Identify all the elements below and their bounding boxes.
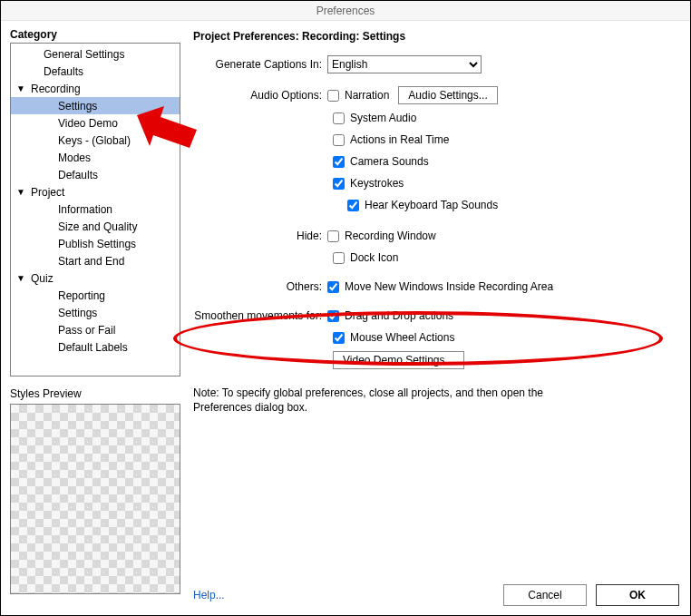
dock-icon-label: Dock Icon — [350, 249, 398, 266]
dock-icon-checkbox[interactable] — [333, 252, 345, 264]
smoothen-label: Smoothen movements for: — [193, 308, 327, 324]
tree-item-label: Settings — [56, 307, 97, 319]
disclosure-triangle-icon[interactable]: ▼ — [16, 83, 25, 93]
category-tree[interactable]: General SettingsDefaults▼RecordingSettin… — [10, 43, 180, 376]
mouse-wheel-checkbox[interactable] — [333, 332, 345, 344]
window-body: Category General SettingsDefaults▼Record… — [1, 21, 690, 615]
tree-item-label: Project — [25, 186, 64, 199]
keystrokes-checkbox[interactable] — [333, 178, 345, 190]
tree-item-label: Start and End — [56, 255, 124, 268]
tree-item-pass-or-fail[interactable]: Pass or Fail — [11, 321, 180, 338]
tree-item-label: Defaults — [56, 169, 98, 181]
audio-options-label: Audio Options: — [193, 87, 327, 103]
tree-item-default-labels[interactable]: Default Labels — [11, 338, 180, 356]
camera-sounds-checkbox[interactable] — [333, 156, 345, 168]
tree-item-defaults[interactable]: Defaults — [11, 166, 180, 183]
tree-item-keys-global-[interactable]: Keys - (Global) — [11, 132, 180, 149]
drag-drop-label: Drag and Drop actions — [345, 308, 453, 324]
tree-item-label: Information — [56, 203, 112, 216]
tree-item-label: Defaults — [42, 65, 83, 78]
tree-item-label: Size and Quality — [56, 220, 137, 233]
camera-sounds-label: Camera Sounds — [350, 153, 429, 170]
tree-item-label: Keys - (Global) — [56, 134, 131, 147]
tree-item-label: Settings — [56, 100, 97, 112]
actions-realtime-label: Actions in Real Time — [350, 132, 449, 148]
actions-realtime-checkbox[interactable] — [333, 134, 345, 146]
help-link[interactable]: Help... — [193, 589, 225, 601]
window-title: Preferences — [1, 1, 690, 21]
video-demo-settings-button[interactable]: Video Demo Settings... — [333, 351, 464, 369]
ok-button[interactable]: OK — [596, 584, 679, 606]
tree-item-quiz[interactable]: ▼Quiz — [11, 269, 180, 287]
disclosure-triangle-icon[interactable]: ▼ — [16, 273, 25, 283]
move-windows-label: Move New Windows Inside Recording Area — [345, 279, 553, 295]
tree-item-label: Publish Settings — [56, 238, 136, 250]
tree-item-settings[interactable]: Settings — [11, 97, 180, 114]
cancel-button[interactable]: Cancel — [503, 584, 587, 606]
styles-preview-label: Styles Preview — [10, 387, 180, 400]
narration-checkbox[interactable] — [327, 90, 339, 102]
tree-item-label: Default Labels — [56, 341, 128, 354]
tree-item-label: Recording — [25, 83, 81, 95]
styles-preview — [10, 404, 180, 594]
hear-tap-label: Hear Keyboard Tap Sounds — [365, 197, 498, 213]
page-heading: Project Preferences: Recording: Settings — [193, 30, 679, 43]
tree-item-video-demo[interactable]: Video Demo — [11, 114, 180, 132]
tree-item-general-settings[interactable]: General Settings — [11, 45, 180, 63]
tree-item-reporting[interactable]: Reporting — [11, 287, 180, 304]
hide-label: Hide: — [193, 228, 327, 244]
drag-drop-checkbox[interactable] — [327, 310, 339, 322]
generate-captions-select[interactable]: English — [327, 55, 482, 73]
tree-item-label: Pass or Fail — [56, 324, 115, 337]
footer: Help... Cancel OK — [190, 584, 690, 606]
tree-item-publish-settings[interactable]: Publish Settings — [11, 235, 180, 252]
tree-item-label: Video Demo — [56, 117, 118, 130]
move-windows-checkbox[interactable] — [327, 281, 339, 293]
mouse-wheel-label: Mouse Wheel Actions — [350, 329, 454, 346]
system-audio-label: System Audio — [350, 110, 416, 126]
tree-item-label: General Settings — [42, 48, 124, 61]
left-column: Category General SettingsDefaults▼Record… — [1, 21, 190, 615]
tree-item-defaults[interactable]: Defaults — [11, 63, 180, 80]
keystrokes-label: Keystrokes — [350, 175, 404, 191]
preferences-window: Preferences Category General SettingsDef… — [0, 0, 691, 616]
tree-item-start-and-end[interactable]: Start and End — [11, 252, 180, 269]
tree-item-size-and-quality[interactable]: Size and Quality — [11, 218, 180, 235]
audio-settings-button[interactable]: Audio Settings... — [398, 86, 497, 104]
narration-label: Narration — [345, 87, 389, 103]
tree-item-project[interactable]: ▼Project — [11, 183, 180, 200]
tree-item-label: Quiz — [25, 272, 54, 285]
tree-item-recording[interactable]: ▼Recording — [11, 80, 180, 97]
note-text: Note: To specify global preferences, clo… — [193, 386, 592, 415]
recording-window-label: Recording Window — [345, 228, 436, 244]
recording-window-checkbox[interactable] — [327, 230, 339, 242]
others-label: Others: — [193, 279, 327, 295]
tree-item-label: Reporting — [56, 289, 105, 302]
right-column: Project Preferences: Recording: Settings… — [190, 21, 690, 615]
system-audio-checkbox[interactable] — [333, 112, 345, 124]
tree-item-settings[interactable]: Settings — [11, 304, 180, 321]
tree-item-information[interactable]: Information — [11, 200, 180, 218]
tree-item-modes[interactable]: Modes — [11, 149, 180, 166]
hear-tap-checkbox[interactable] — [347, 200, 359, 211]
tree-item-label: Modes — [56, 152, 91, 164]
generate-captions-label: Generate Captions In: — [193, 56, 327, 73]
category-header: Category — [10, 28, 180, 41]
disclosure-triangle-icon[interactable]: ▼ — [16, 187, 25, 197]
